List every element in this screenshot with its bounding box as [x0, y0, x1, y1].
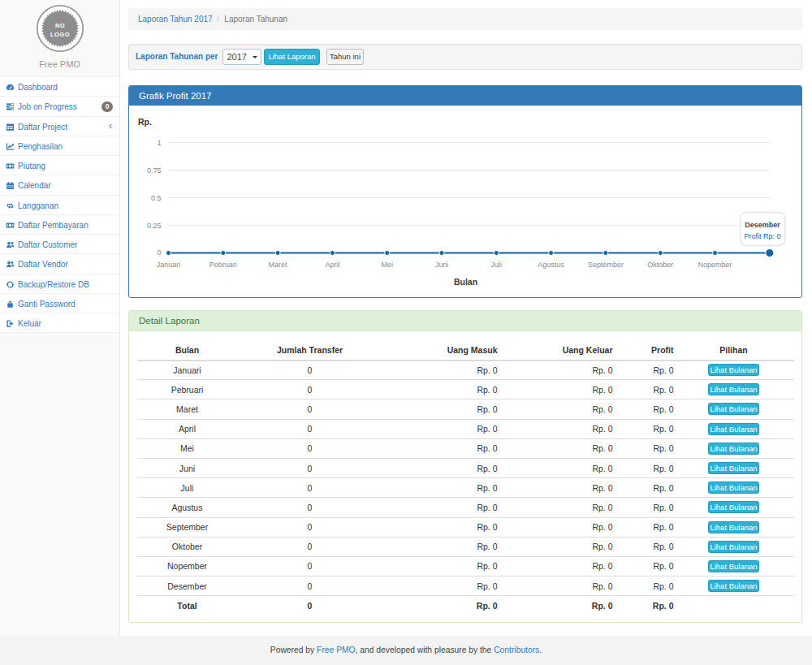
- svg-text:Januari: Januari: [157, 261, 181, 269]
- svg-text:Rp.: Rp.: [138, 117, 152, 127]
- svg-text:LOGO: LOGO: [50, 31, 70, 38]
- svg-text:April: April: [325, 261, 339, 269]
- svg-text:Mei: Mei: [381, 261, 393, 269]
- svg-text:Oktober: Oktober: [647, 261, 673, 269]
- svg-text:1: 1: [157, 139, 161, 147]
- svg-text:0.25: 0.25: [147, 222, 162, 230]
- svg-text:September: September: [588, 261, 624, 269]
- svg-text:0.75: 0.75: [147, 166, 162, 175]
- svg-text:Juli: Juli: [491, 261, 503, 269]
- svg-text:Juni: Juni: [435, 261, 449, 269]
- svg-text:NO: NO: [55, 22, 65, 29]
- svg-text:Pebruari: Pebruari: [209, 261, 237, 269]
- svg-text:0: 0: [157, 248, 161, 257]
- svg-text:Maret: Maret: [269, 261, 288, 269]
- svg-text:Nopember: Nopember: [698, 261, 732, 269]
- svg-text:Profit Rp: 0: Profit Rp: 0: [744, 232, 780, 240]
- svg-text:Desember: Desember: [745, 221, 780, 229]
- svg-text:0.5: 0.5: [151, 194, 162, 202]
- svg-text:Bulan: Bulan: [454, 277, 477, 287]
- svg-text:Agustus: Agustus: [538, 261, 564, 269]
